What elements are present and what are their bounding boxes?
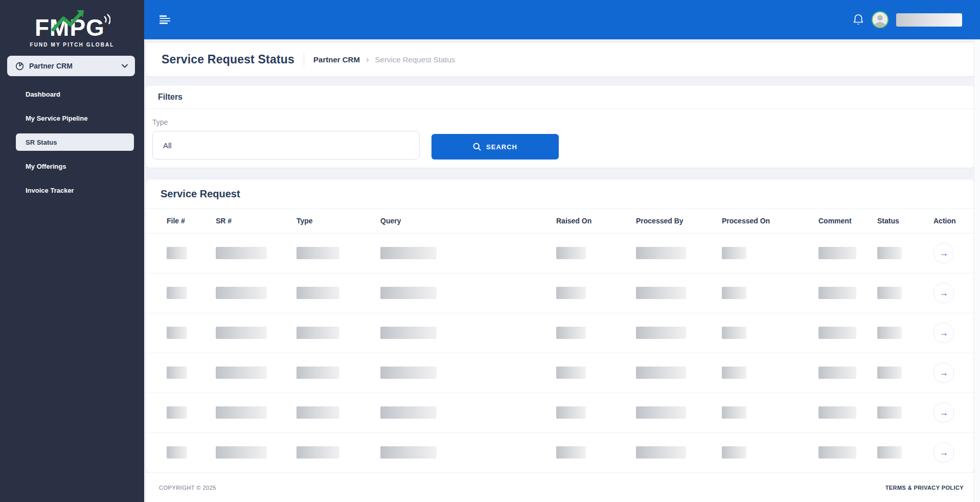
row-action-button[interactable]: → [933,243,954,263]
row-action-button[interactable]: → [933,362,954,383]
cell-loading-skeleton [556,367,586,379]
cell-loading-skeleton [380,406,437,419]
sidebar-item-label: Dashboard [26,90,60,98]
sidebar-item-label: Invoice Tracker [26,187,74,194]
breadcrumb-parent[interactable]: Partner CRM [313,55,360,64]
person-icon [873,13,887,27]
cell-loading-skeleton [722,367,746,379]
type-filter-label: Type [152,118,962,126]
cell-loading-skeleton [216,406,267,419]
row-action-button[interactable]: → [933,283,954,303]
avatar[interactable] [872,11,888,28]
terms-privacy-link[interactable]: TERMS & PRIVACY POLICY [885,485,964,491]
type-select-value: All [163,141,172,150]
column-header-action: Action [927,209,974,233]
column-header-raised-on: Raised On [550,209,630,233]
search-button-label: SEARCH [486,143,517,151]
cell-loading-skeleton [722,446,746,459]
footer: COPYRIGHT © 2025 TERMS & PRIVACY POLICY [146,472,974,502]
cell-loading-skeleton [636,247,686,259]
arrow-right-icon: → [939,368,948,377]
cell-loading-skeleton [216,287,267,299]
sidebar-item-label: My Offerings [26,163,66,170]
service-request-title: Service Request [161,188,240,200]
cell-loading-skeleton [818,446,856,459]
cell-loading-skeleton [380,287,437,299]
cell-loading-skeleton [877,247,902,259]
cell-loading-skeleton [556,287,586,299]
breadcrumb-current: Service Request Status [375,55,455,64]
cell-loading-skeleton [818,406,856,419]
sidebar-item-label: SR Status [26,139,57,146]
sidebar-item-invoice-tracker[interactable]: Invoice Tracker [0,181,134,199]
cell-loading-skeleton [877,406,902,419]
cell-loading-skeleton [556,327,586,339]
cell-loading-skeleton [380,247,437,259]
pie-chart-icon [15,62,24,71]
filters-header: Filters [146,86,974,109]
cell-loading-skeleton [297,367,339,379]
filters-card: Filters Type All SEARCH [146,86,974,168]
main-content: Service Request Status Partner CRM › Ser… [146,39,974,502]
cell-loading-skeleton [167,247,187,259]
arrow-right-icon: → [939,448,948,457]
search-icon [473,143,481,151]
type-select[interactable]: All [152,131,420,159]
cell-loading-skeleton [722,247,746,259]
username-loading-skeleton [896,13,962,27]
row-action-button[interactable]: → [933,402,954,423]
scrollbar-track[interactable] [974,39,980,502]
column-header-comment: Comment [812,209,871,233]
table-body: → → [146,233,974,472]
cell-loading-skeleton [297,247,339,259]
sidebar-section-partner-crm[interactable]: Partner CRM [7,56,135,76]
filters-title: Filters [158,93,183,102]
bell-icon[interactable] [852,13,864,27]
row-action-button[interactable]: → [933,323,954,343]
search-button[interactable]: SEARCH [431,134,559,159]
sidebar-section-label: Partner CRM [29,62,73,70]
sidebar-nav: DashboardMy Service PipelineSR StatusMy … [0,85,144,199]
row-action-button[interactable]: → [933,442,954,463]
cell-loading-skeleton [722,406,746,419]
service-request-header: Service Request [146,179,974,209]
table-row: → [146,313,974,353]
column-header-processed-on: Processed On [716,209,812,233]
service-request-table: File #SR #TypeQueryRaised OnProcessed By… [146,209,974,472]
table-row: → [146,432,974,472]
cell-loading-skeleton [636,406,686,419]
arrow-right-icon: → [939,288,948,298]
column-header-sr-: SR # [210,209,290,233]
cell-loading-skeleton [818,327,856,339]
table-row: → [146,273,974,313]
cell-loading-skeleton [380,446,437,459]
cell-loading-skeleton [167,327,187,339]
cell-loading-skeleton [818,247,856,259]
cell-loading-skeleton [297,446,339,459]
sidebar-item-my-service-pipeline[interactable]: My Service Pipeline [0,109,134,127]
cell-loading-skeleton [636,446,686,459]
cell-loading-skeleton [636,367,686,379]
cell-loading-skeleton [556,247,586,259]
cell-loading-skeleton [167,446,187,459]
table-header-row: File #SR #TypeQueryRaised OnProcessed By… [146,209,974,233]
table-row: → [146,353,974,393]
sidebar-item-my-offerings[interactable]: My Offerings [0,157,134,175]
cell-loading-skeleton [216,446,267,459]
filters-body: Type All SEARCH [146,109,974,159]
cell-loading-skeleton [636,287,686,299]
sidebar-item-sr-status[interactable]: SR Status [16,133,134,151]
hamburger-icon[interactable] [159,15,171,24]
cell-loading-skeleton [167,367,187,379]
cell-loading-skeleton [722,287,746,299]
breadcrumb-separator-icon: › [366,55,369,65]
sidebar-item-dashboard[interactable]: Dashboard [0,85,134,103]
cell-loading-skeleton [297,287,339,299]
cell-loading-skeleton [877,327,902,339]
sidebar: FMPG FUND MY PITCH GLOBAL Partner CRM Da… [0,0,144,502]
cell-loading-skeleton [216,247,267,259]
service-request-card: Service Request File #SR #TypeQueryRaise… [146,179,974,472]
title-breadcrumb-divider [304,53,304,66]
sidebar-item-label: My Service Pipeline [26,115,87,122]
copyright-text: COPYRIGHT © 2025 [159,485,216,491]
